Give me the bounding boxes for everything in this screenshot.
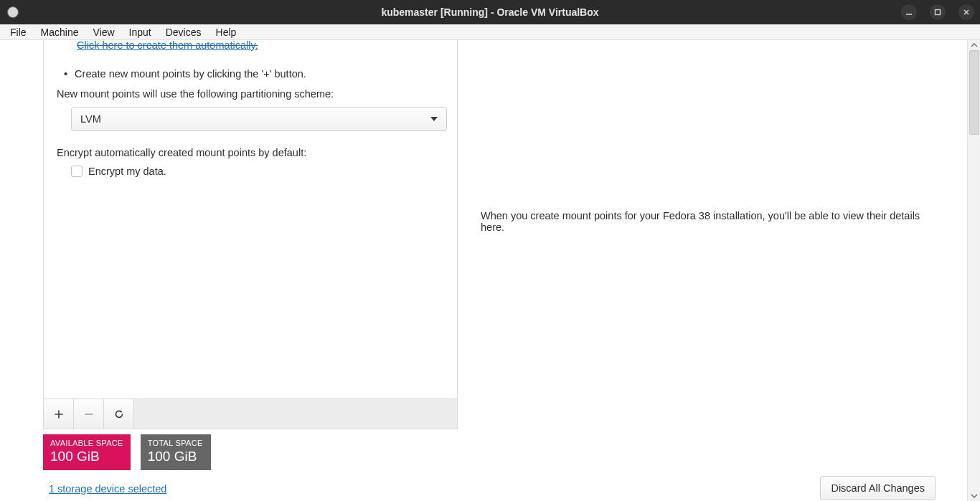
disk-space-summary: AVAILABLE SPACE 100 GiB TOTAL SPACE 100 … (43, 434, 211, 470)
reload-icon (113, 409, 125, 420)
vm-menubar: File Machine View Input Devices Help (0, 24, 980, 40)
bullet-dot: • (64, 68, 72, 80)
window-title: kubemaster [Running] - Oracle VM Virtual… (0, 6, 980, 18)
minimize-button[interactable] (901, 4, 917, 20)
svg-rect-0 (936, 10, 941, 15)
scrollbar-thumb[interactable] (969, 50, 979, 135)
close-icon (963, 9, 970, 16)
total-space-label: TOTAL SPACE (148, 439, 204, 447)
minimize-icon (905, 9, 913, 16)
scroll-up-button[interactable] (968, 40, 980, 50)
close-button[interactable] (958, 4, 974, 20)
menu-input[interactable]: Input (122, 25, 159, 39)
guest-viewport: Click here to create them automatically.… (0, 40, 980, 501)
installer-content: Click here to create them automatically.… (0, 40, 967, 501)
auto-create-link[interactable]: Click here to create them automatically. (77, 39, 258, 51)
available-space-value: 100 GiB (50, 449, 123, 464)
discard-changes-label: Discard All Changes (831, 482, 925, 494)
reload-button[interactable] (104, 399, 134, 429)
window-titlebar: kubemaster [Running] - Oracle VM Virtual… (0, 0, 980, 24)
encrypt-checkbox[interactable] (71, 166, 83, 177)
partitioning-panel: Click here to create them automatically.… (43, 40, 458, 429)
create-mountpoint-hint: • Create new mount points by clicking th… (57, 68, 446, 80)
minus-icon (83, 409, 95, 420)
add-mountpoint-button[interactable] (44, 399, 74, 429)
chevron-down-icon (971, 493, 978, 499)
storage-device-link[interactable]: 1 storage device selected (49, 483, 166, 495)
partition-scheme-dropdown[interactable]: LVM (71, 107, 447, 131)
maximize-icon (934, 9, 941, 16)
discard-changes-button[interactable]: Discard All Changes (820, 476, 936, 500)
menu-machine[interactable]: Machine (34, 25, 86, 39)
menu-view[interactable]: View (85, 25, 121, 39)
available-space-label: AVAILABLE SPACE (50, 439, 123, 447)
menu-file[interactable]: File (3, 25, 34, 39)
menu-devices[interactable]: Devices (159, 25, 209, 39)
scroll-down-button[interactable] (968, 491, 980, 501)
available-space-badge: AVAILABLE SPACE 100 GiB (43, 434, 131, 470)
plus-icon (53, 409, 65, 420)
encrypt-checkbox-row: Encrypt my data. (71, 166, 446, 177)
mountpoint-detail-placeholder: When you create mount points for your Fe… (481, 210, 925, 233)
menu-help[interactable]: Help (209, 25, 244, 39)
encrypt-checkbox-label: Encrypt my data. (88, 166, 166, 177)
partition-scheme-value: LVM (80, 113, 101, 125)
vertical-scrollbar[interactable] (967, 40, 980, 501)
create-mountpoint-text: Create new mount points by clicking the … (75, 68, 306, 80)
maximize-button[interactable] (930, 4, 946, 20)
partition-scheme-label: New mount points will use the following … (57, 88, 446, 100)
chevron-down-icon (430, 117, 438, 121)
encrypt-label: Encrypt automatically created mount poin… (57, 147, 446, 158)
chevron-up-icon (971, 42, 978, 48)
mountpoint-toolbar (44, 399, 457, 429)
total-space-value: 100 GiB (148, 449, 204, 464)
window-controls (901, 4, 974, 20)
partitioning-options: Click here to create them automatically.… (44, 40, 457, 399)
remove-mountpoint-button[interactable] (74, 399, 104, 429)
total-space-badge: TOTAL SPACE 100 GiB (141, 434, 211, 470)
